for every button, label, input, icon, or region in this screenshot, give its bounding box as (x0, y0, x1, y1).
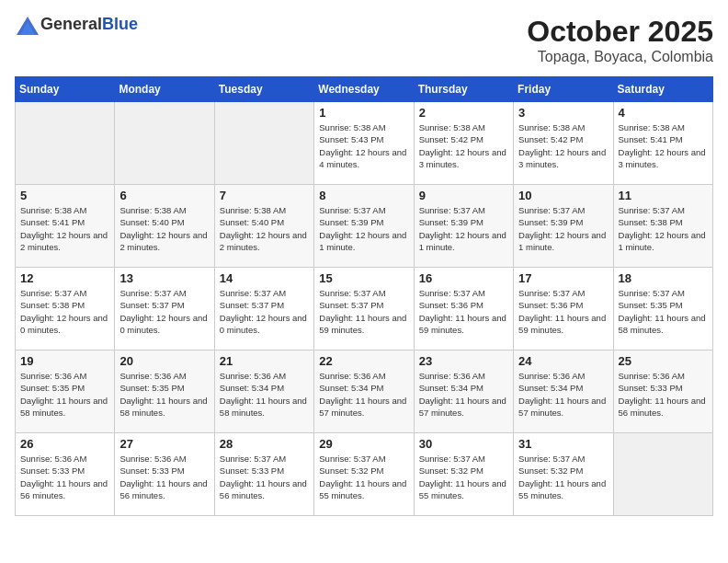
day-number: 8 (319, 189, 408, 202)
calendar-cell: 9 Sunrise: 5:37 AMSunset: 5:39 PMDayligh… (414, 185, 513, 268)
calendar-cell: 11 Sunrise: 5:37 AMSunset: 5:38 PMDaylig… (613, 185, 712, 268)
day-info: Sunrise: 5:36 AMSunset: 5:33 PMDaylight:… (619, 371, 706, 418)
day-number: 28 (220, 437, 309, 451)
weekday-header-wednesday: Wednesday (314, 77, 414, 102)
day-info: Sunrise: 5:36 AMSunset: 5:33 PMDaylight:… (119, 454, 207, 500)
logo-blue: Blue (102, 15, 138, 33)
calendar-cell: 8 Sunrise: 5:37 AMSunset: 5:39 PMDayligh… (314, 185, 414, 268)
calendar-cell (115, 102, 214, 185)
calendar-cell: 29 Sunrise: 5:37 AMSunset: 5:32 PMDaylig… (314, 433, 414, 516)
weekday-header-sunday: Sunday (16, 77, 115, 102)
day-number: 3 (518, 106, 608, 120)
logo-icon (15, 15, 37, 33)
calendar-body: 1 Sunrise: 5:38 AMSunset: 5:43 PMDayligh… (16, 102, 713, 516)
day-number: 21 (220, 354, 309, 368)
day-number: 7 (220, 189, 309, 202)
day-number: 2 (419, 106, 508, 120)
day-info: Sunrise: 5:36 AMSunset: 5:34 PMDaylight:… (419, 371, 506, 418)
calendar-cell: 12 Sunrise: 5:37 AMSunset: 5:38 PMDaylig… (16, 268, 115, 350)
calendar-cell: 5 Sunrise: 5:38 AMSunset: 5:41 PMDayligh… (16, 185, 115, 268)
title-block: October 2025 Topaga, Boyaca, Colombia (527, 15, 713, 65)
calendar-cell (214, 102, 313, 185)
calendar-cell: 25 Sunrise: 5:36 AMSunset: 5:33 PMDaylig… (613, 350, 712, 433)
calendar-cell: 24 Sunrise: 5:36 AMSunset: 5:34 PMDaylig… (514, 350, 613, 433)
day-info: Sunrise: 5:36 AMSunset: 5:34 PMDaylight:… (220, 371, 307, 418)
calendar-cell: 22 Sunrise: 5:36 AMSunset: 5:34 PMDaylig… (314, 350, 414, 433)
calendar-cell: 31 Sunrise: 5:37 AMSunset: 5:32 PMDaylig… (514, 433, 613, 516)
weekday-header-thursday: Thursday (414, 77, 513, 102)
day-number: 23 (419, 354, 508, 368)
day-number: 16 (419, 271, 508, 285)
day-info: Sunrise: 5:37 AMSunset: 5:39 PMDaylight:… (319, 205, 406, 252)
calendar-cell: 7 Sunrise: 5:38 AMSunset: 5:40 PMDayligh… (214, 185, 313, 268)
day-info: Sunrise: 5:37 AMSunset: 5:32 PMDaylight:… (319, 454, 406, 500)
day-number: 26 (20, 437, 109, 451)
calendar-cell: 23 Sunrise: 5:36 AMSunset: 5:34 PMDaylig… (414, 350, 513, 433)
day-info: Sunrise: 5:37 AMSunset: 5:33 PMDaylight:… (220, 454, 307, 500)
calendar-week-3: 12 Sunrise: 5:37 AMSunset: 5:38 PMDaylig… (16, 268, 713, 350)
day-info: Sunrise: 5:37 AMSunset: 5:39 PMDaylight:… (419, 205, 506, 252)
day-info: Sunrise: 5:38 AMSunset: 5:41 PMDaylight:… (20, 205, 108, 252)
calendar-header: SundayMondayTuesdayWednesdayThursdayFrid… (16, 77, 713, 102)
calendar-cell: 6 Sunrise: 5:38 AMSunset: 5:40 PMDayligh… (115, 185, 214, 268)
day-number: 4 (619, 106, 708, 120)
day-info: Sunrise: 5:37 AMSunset: 5:38 PMDaylight:… (619, 205, 706, 252)
calendar-cell: 3 Sunrise: 5:38 AMSunset: 5:42 PMDayligh… (514, 102, 613, 185)
calendar-cell: 18 Sunrise: 5:37 AMSunset: 5:35 PMDaylig… (613, 268, 712, 350)
page-title: October 2025 (527, 15, 713, 49)
weekday-row: SundayMondayTuesdayWednesdayThursdayFrid… (16, 77, 713, 102)
calendar-cell: 1 Sunrise: 5:38 AMSunset: 5:43 PMDayligh… (314, 102, 414, 185)
day-info: Sunrise: 5:37 AMSunset: 5:37 PMDaylight:… (220, 288, 307, 335)
calendar-cell: 20 Sunrise: 5:36 AMSunset: 5:35 PMDaylig… (115, 350, 214, 433)
page-subtitle: Topaga, Boyaca, Colombia (527, 49, 713, 65)
calendar-cell: 4 Sunrise: 5:38 AMSunset: 5:41 PMDayligh… (613, 102, 712, 185)
day-info: Sunrise: 5:37 AMSunset: 5:35 PMDaylight:… (619, 288, 706, 335)
day-number: 13 (119, 271, 209, 285)
calendar-cell: 19 Sunrise: 5:36 AMSunset: 5:35 PMDaylig… (16, 350, 115, 433)
calendar-cell: 16 Sunrise: 5:37 AMSunset: 5:36 PMDaylig… (414, 268, 513, 350)
calendar-cell: 10 Sunrise: 5:37 AMSunset: 5:39 PMDaylig… (514, 185, 613, 268)
day-info: Sunrise: 5:37 AMSunset: 5:37 PMDaylight:… (319, 288, 406, 335)
day-info: Sunrise: 5:36 AMSunset: 5:33 PMDaylight:… (20, 454, 108, 500)
calendar-cell: 15 Sunrise: 5:37 AMSunset: 5:37 PMDaylig… (314, 268, 414, 350)
day-number: 24 (518, 354, 608, 368)
day-number: 14 (220, 271, 309, 285)
day-info: Sunrise: 5:38 AMSunset: 5:42 PMDaylight:… (419, 122, 506, 169)
calendar-cell: 28 Sunrise: 5:37 AMSunset: 5:33 PMDaylig… (214, 433, 313, 516)
day-info: Sunrise: 5:37 AMSunset: 5:32 PMDaylight:… (518, 454, 606, 500)
day-info: Sunrise: 5:37 AMSunset: 5:36 PMDaylight:… (419, 288, 506, 335)
day-number: 1 (319, 106, 408, 120)
day-info: Sunrise: 5:36 AMSunset: 5:35 PMDaylight:… (119, 371, 207, 418)
day-number: 22 (319, 354, 408, 368)
day-info: Sunrise: 5:38 AMSunset: 5:40 PMDaylight:… (119, 205, 207, 252)
day-number: 12 (20, 271, 109, 285)
calendar-cell: 14 Sunrise: 5:37 AMSunset: 5:37 PMDaylig… (214, 268, 313, 350)
day-number: 29 (319, 437, 408, 451)
weekday-header-friday: Friday (514, 77, 613, 102)
calendar-cell: 27 Sunrise: 5:36 AMSunset: 5:33 PMDaylig… (115, 433, 214, 516)
day-info: Sunrise: 5:37 AMSunset: 5:38 PMDaylight:… (20, 288, 108, 335)
logo-text: GeneralBlue (40, 16, 138, 33)
day-number: 30 (419, 437, 508, 451)
day-info: Sunrise: 5:37 AMSunset: 5:37 PMDaylight:… (119, 288, 207, 335)
calendar-table: SundayMondayTuesdayWednesdayThursdayFrid… (15, 76, 713, 516)
day-number: 25 (619, 354, 708, 368)
calendar-cell (613, 433, 712, 516)
day-number: 27 (119, 437, 209, 451)
page-header: GeneralBlue October 2025 Topaga, Boyaca,… (15, 15, 713, 65)
weekday-header-tuesday: Tuesday (214, 77, 313, 102)
day-number: 11 (619, 189, 708, 202)
day-info: Sunrise: 5:38 AMSunset: 5:42 PMDaylight:… (518, 122, 606, 169)
day-info: Sunrise: 5:37 AMSunset: 5:32 PMDaylight:… (419, 454, 506, 500)
calendar-week-5: 26 Sunrise: 5:36 AMSunset: 5:33 PMDaylig… (16, 433, 713, 516)
calendar-cell: 30 Sunrise: 5:37 AMSunset: 5:32 PMDaylig… (414, 433, 513, 516)
day-number: 10 (518, 189, 608, 202)
day-number: 6 (119, 189, 209, 202)
logo: GeneralBlue (15, 15, 138, 33)
day-info: Sunrise: 5:36 AMSunset: 5:34 PMDaylight:… (319, 371, 406, 418)
day-number: 5 (20, 189, 109, 202)
day-info: Sunrise: 5:38 AMSunset: 5:43 PMDaylight:… (319, 122, 406, 169)
day-number: 15 (319, 271, 408, 285)
calendar-cell (16, 102, 115, 185)
calendar-cell: 21 Sunrise: 5:36 AMSunset: 5:34 PMDaylig… (214, 350, 313, 433)
